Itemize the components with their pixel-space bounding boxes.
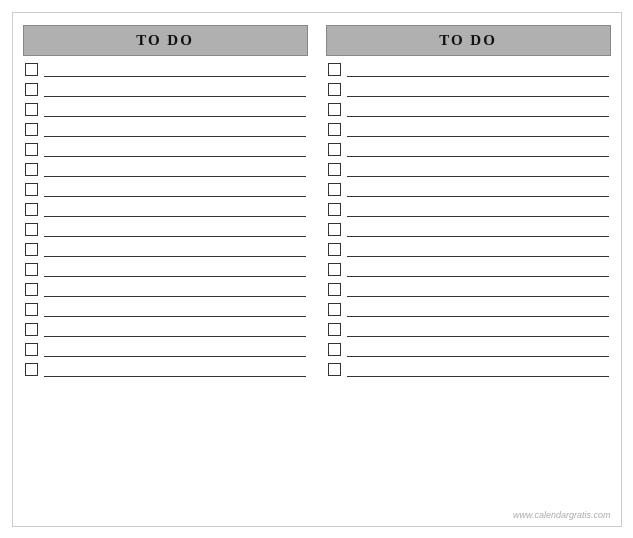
watermark: www.calendargratis.com: [513, 510, 611, 520]
line: [44, 183, 306, 197]
list-item: [326, 260, 611, 280]
checkbox[interactable]: [328, 243, 341, 256]
line: [44, 163, 306, 177]
line: [44, 83, 306, 97]
line: [347, 103, 609, 117]
checkbox[interactable]: [25, 143, 38, 156]
list-item: [23, 180, 308, 200]
line: [44, 203, 306, 217]
checkbox[interactable]: [328, 283, 341, 296]
checkbox[interactable]: [328, 163, 341, 176]
line: [44, 323, 306, 337]
checkbox[interactable]: [25, 203, 38, 216]
line: [347, 343, 609, 357]
line: [347, 203, 609, 217]
list-item: [326, 300, 611, 320]
list-item: [23, 140, 308, 160]
checkbox[interactable]: [25, 103, 38, 116]
line: [44, 343, 306, 357]
list-item: [23, 100, 308, 120]
lists-container: TO DO TO DO: [23, 25, 611, 518]
list-item: [23, 260, 308, 280]
todo-header-right: TO DO: [326, 25, 611, 56]
list-item: [326, 240, 611, 260]
todo-items-left: [23, 60, 308, 380]
checkbox[interactable]: [328, 103, 341, 116]
list-item: [23, 300, 308, 320]
line: [44, 223, 306, 237]
list-item: [23, 120, 308, 140]
list-item: [326, 60, 611, 80]
list-item: [326, 280, 611, 300]
line: [44, 63, 306, 77]
checkbox[interactable]: [25, 243, 38, 256]
checkbox[interactable]: [328, 83, 341, 96]
checkbox[interactable]: [328, 303, 341, 316]
list-item: [326, 320, 611, 340]
todo-items-right: [326, 60, 611, 380]
line: [44, 283, 306, 297]
checkbox[interactable]: [25, 363, 38, 376]
line: [347, 303, 609, 317]
checkbox[interactable]: [25, 283, 38, 296]
checkbox[interactable]: [25, 163, 38, 176]
line: [347, 283, 609, 297]
list-item: [23, 200, 308, 220]
checkbox[interactable]: [328, 363, 341, 376]
checkbox[interactable]: [25, 343, 38, 356]
checkbox[interactable]: [25, 123, 38, 136]
list-item: [23, 320, 308, 340]
line: [347, 63, 609, 77]
line: [347, 163, 609, 177]
list-item: [326, 120, 611, 140]
line: [347, 243, 609, 257]
checkbox[interactable]: [328, 203, 341, 216]
line: [347, 363, 609, 377]
checkbox[interactable]: [328, 343, 341, 356]
line: [347, 83, 609, 97]
list-item: [23, 340, 308, 360]
checkbox[interactable]: [328, 123, 341, 136]
line: [347, 263, 609, 277]
checkbox[interactable]: [25, 83, 38, 96]
checkbox[interactable]: [25, 183, 38, 196]
line: [44, 123, 306, 137]
line: [347, 143, 609, 157]
list-item: [326, 220, 611, 240]
page: TO DO TO DO: [12, 12, 622, 527]
checkbox[interactable]: [328, 263, 341, 276]
todo-list-right: TO DO: [326, 25, 611, 518]
list-item: [326, 140, 611, 160]
checkbox[interactable]: [328, 143, 341, 156]
checkbox[interactable]: [25, 323, 38, 336]
list-item: [23, 80, 308, 100]
line: [347, 223, 609, 237]
checkbox[interactable]: [25, 223, 38, 236]
checkbox[interactable]: [328, 183, 341, 196]
line: [347, 123, 609, 137]
line: [44, 103, 306, 117]
checkbox[interactable]: [25, 303, 38, 316]
checkbox[interactable]: [25, 263, 38, 276]
list-item: [326, 100, 611, 120]
checkbox[interactable]: [328, 63, 341, 76]
list-item: [23, 160, 308, 180]
list-item: [326, 180, 611, 200]
line: [347, 323, 609, 337]
list-item: [326, 360, 611, 380]
list-item: [23, 280, 308, 300]
checkbox[interactable]: [328, 323, 341, 336]
line: [44, 303, 306, 317]
todo-header-left: TO DO: [23, 25, 308, 56]
list-item: [23, 220, 308, 240]
line: [347, 183, 609, 197]
list-item: [326, 80, 611, 100]
checkbox[interactable]: [328, 223, 341, 236]
list-item: [23, 360, 308, 380]
list-item: [23, 240, 308, 260]
line: [44, 363, 306, 377]
list-item: [326, 200, 611, 220]
list-item: [326, 160, 611, 180]
checkbox[interactable]: [25, 63, 38, 76]
line: [44, 263, 306, 277]
